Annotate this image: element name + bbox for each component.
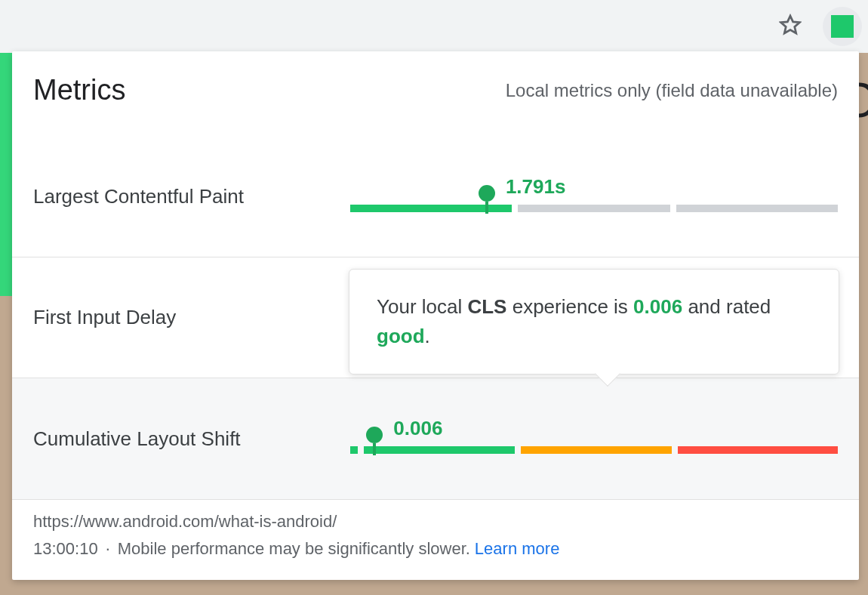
background-page-stripe <box>0 53 12 296</box>
extension-status-icon <box>831 15 854 38</box>
metric-marker-cls: 0.006 <box>366 427 383 455</box>
bar-segment-start-block <box>350 446 358 454</box>
metric-row-cls: Cumulative Layout Shift 0.006 <box>12 378 859 499</box>
bookmark-star-icon[interactable] <box>779 14 811 39</box>
marker-stem-icon <box>373 443 376 455</box>
metric-label-cls: Cumulative Layout Shift <box>33 427 350 451</box>
panel-footer: https://www.android.com/what-is-android/… <box>12 499 859 577</box>
tooltip-text-prefix: Your local <box>377 295 467 318</box>
panel-subtitle: Local metrics only (field data unavailab… <box>506 80 838 101</box>
footer-note: 13:00:10 · Mobile performance may be sig… <box>33 539 838 559</box>
metric-bar-lcp <box>350 205 838 212</box>
marker-stem-icon <box>485 202 488 214</box>
browser-toolbar <box>0 0 868 53</box>
panel-title: Metrics <box>33 74 125 106</box>
bar-segment-needs-improvement <box>518 205 670 212</box>
marker-dot-icon <box>479 185 495 202</box>
panel-header: Metrics Local metrics only (field data u… <box>12 51 859 137</box>
tooltip-rating: good <box>377 325 425 347</box>
metric-marker-lcp: 1.791s <box>479 185 495 214</box>
metric-track-lcp: 1.791s <box>350 182 838 212</box>
metric-value-lcp: 1.791s <box>506 175 566 199</box>
tooltip-text-middle2: and rated <box>682 295 771 318</box>
separator-dot-icon: · <box>106 539 110 559</box>
metric-value-cls: 0.006 <box>393 417 442 440</box>
metric-row-lcp: Largest Contentful Paint 1.791s <box>12 137 859 257</box>
learn-more-link[interactable]: Learn more <box>475 539 560 559</box>
bar-segment-poor <box>678 446 838 454</box>
tooltip-metric-abbr: CLS <box>467 295 506 318</box>
tooltip-value: 0.006 <box>633 295 682 318</box>
tooltip-text-suffix: . <box>425 325 430 347</box>
metric-bar-cls <box>350 446 838 454</box>
bar-segment-needs-improvement <box>521 446 672 454</box>
cls-tooltip: Your local CLS experience is 0.006 and r… <box>349 269 839 375</box>
metric-label-lcp: Largest Contentful Paint <box>33 185 350 208</box>
marker-dot-icon <box>366 427 383 443</box>
footer-warning: Mobile performance may be significantly … <box>118 539 470 559</box>
bar-segment-poor <box>676 205 838 212</box>
tooltip-text-middle: experience is <box>506 295 633 318</box>
bar-segment-good <box>364 446 515 454</box>
metric-track-cls: 0.006 <box>350 424 838 454</box>
footer-time: 13:00:10 <box>33 539 98 559</box>
extension-badge[interactable] <box>823 7 862 46</box>
metric-label-fid: First Input Delay <box>33 306 350 329</box>
footer-url: https://www.android.com/what-is-android/ <box>33 512 838 532</box>
